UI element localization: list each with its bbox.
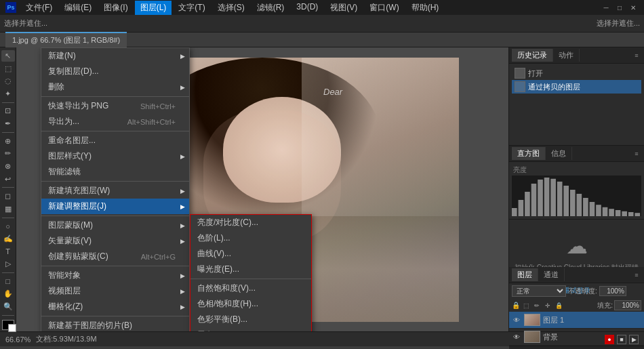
lock-position-btn[interactable]: ✛ — [543, 301, 552, 310]
tool-dodge[interactable]: ○ — [1, 220, 15, 232]
menu-help[interactable]: 帮助(H) — [406, 1, 445, 15]
menu-bar: 文件(F) 编辑(E) 图像(I) 图层(L) 文字(T) 选择(S) 滤镜(R… — [20, 1, 444, 15]
tab-channels[interactable]: 通道 — [538, 268, 565, 281]
lock-all-btn[interactable]: 🔒 — [554, 301, 563, 310]
tool-shape[interactable]: □ — [1, 276, 15, 287]
tool-eraser[interactable]: ◻ — [1, 190, 15, 202]
sep1 — [41, 96, 189, 97]
history-item-open[interactable]: 打开 — [512, 66, 641, 80]
menu-type[interactable]: 文字(T) — [173, 1, 210, 15]
document-tab[interactable]: 1.jpg @ 66.7% (图层 1, RGB/8#) — [5, 32, 127, 47]
tool-hand[interactable]: ✋ — [1, 289, 15, 300]
history-tabs: 历史记录 动作 — [512, 49, 580, 62]
adj-hue-sat[interactable]: 色相/饱和度(H)... — [190, 296, 311, 312]
adj-exposure[interactable]: 曝光度(E)... — [190, 262, 311, 277]
tab-info[interactable]: 信息 — [546, 147, 572, 160]
maximize-button[interactable]: □ — [614, 2, 625, 13]
tool-magic-wand[interactable]: ✦ — [1, 88, 15, 100]
tool-path-select[interactable]: ▷ — [1, 258, 15, 270]
menu-select[interactable]: 选择(S) — [212, 1, 250, 15]
fill-label: 填充: — [597, 301, 613, 310]
layers-menu-icon[interactable]: ≡ — [632, 270, 641, 280]
tool-heal[interactable]: ⊕ — [1, 136, 15, 147]
menu-item-new-slice[interactable]: 新建基于图层的切片(B) — [41, 318, 189, 331]
menu-filter[interactable]: 滤镜(R) — [251, 1, 290, 15]
history-item-layer[interactable]: 通过拷贝的图层 — [512, 80, 641, 94]
tool-zoom[interactable]: 🔍 — [1, 301, 15, 312]
layer-thumb-bg — [524, 331, 540, 343]
lock-transparent-btn[interactable]: ⬚ — [521, 301, 531, 310]
menu-item-rename[interactable]: 重命名图层... — [41, 133, 189, 148]
tool-brush[interactable]: ✏ — [1, 148, 15, 159]
sep3 — [41, 181, 189, 182]
history-menu-icon[interactable]: ≡ — [632, 51, 641, 60]
status-play-btn[interactable]: ▶ — [629, 335, 639, 344]
svg-rect-18 — [628, 212, 634, 216]
tab-history[interactable]: 历史记录 — [512, 49, 553, 62]
menu-item-duplicate[interactable]: 复制图层(D)... — [41, 64, 189, 79]
menu-item-new[interactable]: 新建(N) — [41, 48, 189, 64]
tab-layers[interactable]: 图层 — [512, 268, 538, 281]
tool-pen[interactable]: ✍ — [1, 233, 15, 245]
tool-select[interactable]: ⬚ — [1, 63, 15, 75]
status-record-btn[interactable]: ● — [605, 335, 614, 344]
sep6 — [41, 316, 189, 316]
opacity-input[interactable] — [599, 286, 626, 296]
adj-levels[interactable]: 色阶(L)... — [190, 230, 311, 246]
tab-histogram[interactable]: 直方图 — [512, 147, 546, 160]
layer-eye-bg[interactable]: 👁 — [512, 332, 521, 342]
history-thumb-layer — [515, 81, 525, 92]
layer-item-1[interactable]: 👁 图层 1 — [509, 312, 644, 329]
histogram-panel-section: 直方图 信息 ≡ 亮度 — [509, 146, 644, 220]
menu-item-layer-mask[interactable]: 图层蒙版(M) — [41, 218, 189, 233]
foreground-color[interactable] — [2, 320, 14, 330]
adj-color-balance[interactable]: 色彩平衡(B)... — [190, 312, 311, 327]
menu-layer[interactable]: 图层(L) — [135, 1, 172, 15]
minimize-button[interactable]: ─ — [601, 2, 611, 13]
menu-image[interactable]: 图像(I) — [98, 1, 133, 15]
adj-black-white[interactable]: 黑白(K)... — [190, 327, 311, 331]
tool-history-brush[interactable]: ↩ — [1, 173, 15, 185]
menu-3d[interactable]: 3D(D) — [291, 1, 323, 15]
layer-mode-select[interactable]: 正常 — [512, 285, 566, 297]
menu-item-video-layer[interactable]: 视频图层 — [41, 283, 189, 299]
menu-item-rasterize[interactable]: 栅格化(Z) — [41, 299, 189, 314]
lock-pixels-btn[interactable]: ✏ — [532, 301, 542, 310]
background-color[interactable] — [8, 324, 16, 332]
fill-input[interactable] — [614, 300, 641, 310]
layer-eye-1[interactable]: 👁 — [512, 315, 521, 325]
adj-curves[interactable]: 曲线(V)... — [190, 246, 311, 262]
tool-type[interactable]: T — [1, 246, 15, 258]
menu-item-delete[interactable]: 删除 — [41, 79, 189, 95]
tool-clone[interactable]: ⊗ — [1, 161, 15, 172]
tool-gradient[interactable]: ▦ — [1, 203, 15, 215]
layer-lock-row: 🔒 ⬚ ✏ ✛ 🔒 填充: — [509, 299, 644, 312]
close-button[interactable]: ✕ — [628, 2, 639, 13]
menu-item-vector-mask[interactable]: 矢量蒙版(V) — [41, 233, 189, 249]
histogram-channel-label: 亮度 — [513, 165, 527, 175]
adj-vibrance[interactable]: 自然饱和度(V)... — [190, 281, 311, 296]
menu-file[interactable]: 文件(F) — [20, 1, 58, 15]
menu-window[interactable]: 窗口(W) — [364, 1, 404, 15]
menu-view[interactable]: 视图(V) — [325, 1, 363, 15]
layers-tabs: 图层 通道 — [512, 268, 565, 281]
menu-item-layer-style[interactable]: 图层样式(Y) — [41, 148, 189, 164]
menu-item-export[interactable]: 导出为...Alt+Shift+Ctrl+ — [41, 114, 189, 129]
status-stop-btn[interactable]: ■ — [617, 335, 626, 344]
menu-item-new-adjustment[interactable]: 新建调整图层(J) — [41, 199, 189, 214]
histogram-tabs: 直方图 信息 — [512, 147, 572, 160]
tool-eyedropper[interactable]: ✒ — [1, 118, 15, 129]
menu-edit[interactable]: 编辑(E) — [59, 1, 97, 15]
menu-item-smart-filter[interactable]: 智能滤镜 — [41, 164, 189, 180]
svg-rect-3 — [531, 184, 537, 216]
menu-item-new-fill[interactable]: 新建填充图层(W) — [41, 183, 189, 199]
tab-actions[interactable]: 动作 — [553, 49, 580, 62]
histogram-menu-icon[interactable]: ≡ — [632, 149, 641, 159]
adj-brightness[interactable]: 亮度/对比度(C)... — [190, 215, 311, 230]
menu-item-export-png[interactable]: 快速导出为 PNGShift+Ctrl+ — [41, 98, 189, 114]
menu-item-clipping-mask[interactable]: 创建剪贴蒙版(C)Alt+Ctrl+G — [41, 249, 189, 264]
tool-crop[interactable]: ⊡ — [1, 106, 15, 117]
tool-move[interactable]: ↖ — [1, 50, 15, 62]
tool-lasso[interactable]: ◌ — [1, 75, 15, 87]
menu-item-smart-object[interactable]: 智能对象 — [41, 268, 189, 283]
